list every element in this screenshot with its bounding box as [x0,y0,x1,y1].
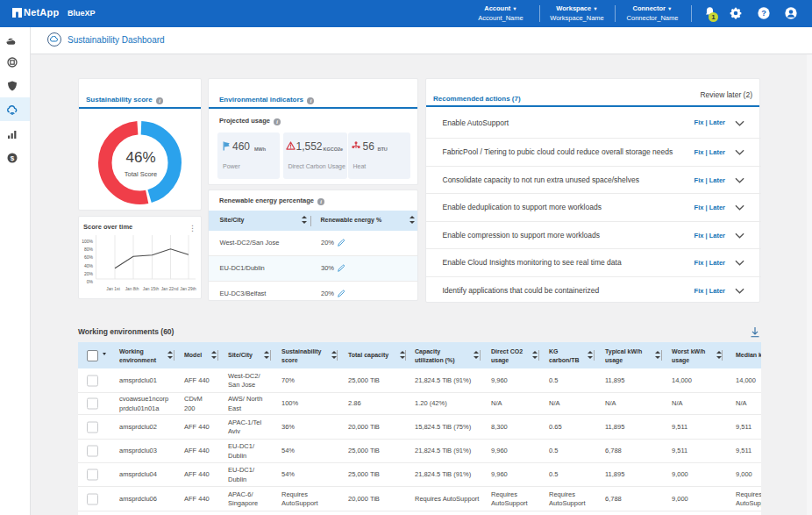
svg-text:Jan 15th: Jan 15th [143,287,160,291]
svg-text:60%: 60% [84,254,94,260]
svg-text:Jan 1st: Jan 1st [106,287,120,291]
svg-text:Jan 22nd: Jan 22nd [161,287,179,291]
svg-text:0%: 0% [87,279,94,284]
svg-text:40%: 40% [84,263,94,268]
svg-text:Jan 8th: Jan 8th [125,287,139,291]
svg-text:20%: 20% [84,271,94,276]
svg-text:?: ? [761,9,766,18]
svg-text:$: $ [11,154,15,162]
svg-text:100%: 100% [82,239,93,244]
svg-text:80%: 80% [84,247,94,252]
svg-text:Jan 29th: Jan 29th [180,287,196,291]
